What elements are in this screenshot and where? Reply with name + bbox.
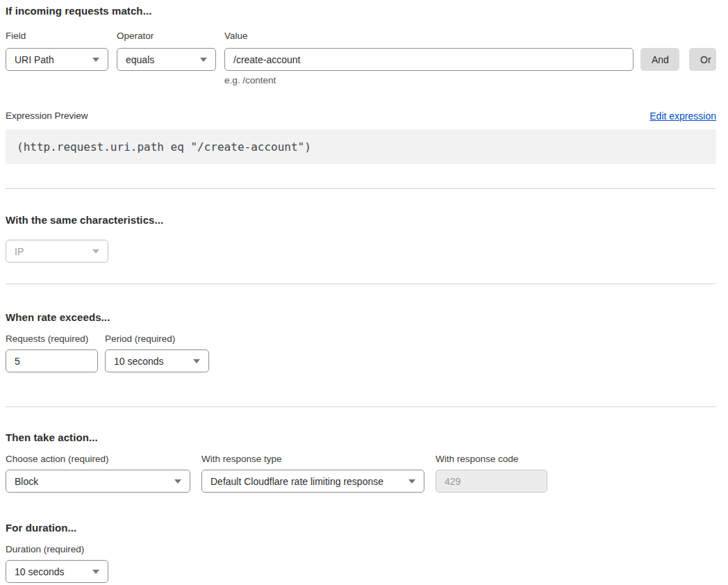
characteristics-section-heading: With the same characteristics...: [6, 215, 716, 226]
chevron-down-icon: [92, 249, 99, 254]
chevron-down-icon: [408, 479, 415, 484]
value-input[interactable]: [224, 48, 634, 71]
response-code-label: With response code: [436, 454, 547, 463]
action-select[interactable]: Block: [6, 470, 190, 493]
field-select[interactable]: URI Path: [6, 48, 108, 71]
characteristic-select-value: IP: [15, 246, 87, 257]
response-type-group: With response type Default Cloudflare ra…: [201, 454, 424, 493]
expression-code: (http.request.uri.path eq "/create-accou…: [17, 140, 311, 154]
response-code-group: With response code: [436, 454, 547, 493]
action-section-heading: Then take action...: [6, 432, 716, 443]
and-button[interactable]: And: [640, 48, 679, 71]
period-select-value: 10 seconds: [114, 356, 188, 367]
expression-preview-header: Expression Preview Edit expression: [6, 111, 716, 121]
edit-expression-link[interactable]: Edit expression: [650, 111, 716, 121]
operator-label: Operator: [117, 31, 216, 40]
period-label: Period (required): [105, 334, 209, 343]
chevron-down-icon: [174, 479, 181, 484]
period-group: Period (required) 10 seconds: [105, 334, 209, 372]
requests-label: Requests (required): [6, 334, 98, 343]
requests-input[interactable]: [6, 349, 98, 372]
operator-select-value: equals: [126, 54, 195, 65]
operator-select[interactable]: equals: [117, 48, 216, 71]
operator-group: Operator equals: [117, 31, 216, 71]
characteristic-select: IP: [6, 240, 108, 263]
duration-section-heading: For duration...: [6, 522, 716, 534]
period-select[interactable]: 10 seconds: [105, 349, 209, 372]
field-group: Field URI Path: [6, 31, 108, 71]
expression-preview-label: Expression Preview: [6, 111, 88, 121]
duration-row: Duration (required) 10 seconds: [6, 545, 716, 583]
value-hint: e.g. /content: [224, 76, 634, 85]
duration-group: Duration (required) 10 seconds: [6, 545, 108, 583]
chevron-down-icon: [193, 359, 200, 363]
section-divider: [6, 188, 716, 189]
response-code-input: [436, 470, 547, 493]
rate-row: Requests (required) Period (required) 10…: [6, 334, 716, 372]
choose-action-label: Choose action (required): [6, 454, 190, 463]
duration-select-value: 10 seconds: [15, 566, 87, 577]
chevron-down-icon: [92, 570, 99, 574]
duration-label: Duration (required): [6, 545, 108, 554]
response-type-label: With response type: [201, 454, 424, 463]
requests-group: Requests (required): [6, 334, 98, 372]
chevron-down-icon: [200, 58, 207, 62]
expression-preview-box: (http.request.uri.path eq "/create-accou…: [6, 129, 716, 164]
rate-section-heading: When rate exceeds...: [6, 312, 716, 323]
action-row: Choose action (required) Block With resp…: [6, 454, 716, 493]
chevron-down-icon: [92, 58, 99, 62]
duration-select[interactable]: 10 seconds: [6, 560, 108, 583]
action-select-value: Block: [15, 476, 169, 487]
section-divider: [6, 406, 716, 407]
match-condition-row: Field URI Path Operator equals Value e.g…: [6, 31, 716, 85]
field-label: Field: [6, 31, 108, 40]
response-type-select-value: Default Cloudflare rate limiting respons…: [210, 476, 403, 487]
or-button[interactable]: Or: [689, 48, 716, 71]
match-section-heading: If incoming requests match...: [6, 6, 716, 17]
action-group: Choose action (required) Block: [6, 454, 190, 493]
response-type-select[interactable]: Default Cloudflare rate limiting respons…: [201, 470, 424, 493]
field-select-value: URI Path: [15, 54, 87, 65]
section-divider: [6, 283, 716, 284]
value-group: Value e.g. /content: [224, 31, 634, 85]
value-label: Value: [224, 31, 634, 40]
